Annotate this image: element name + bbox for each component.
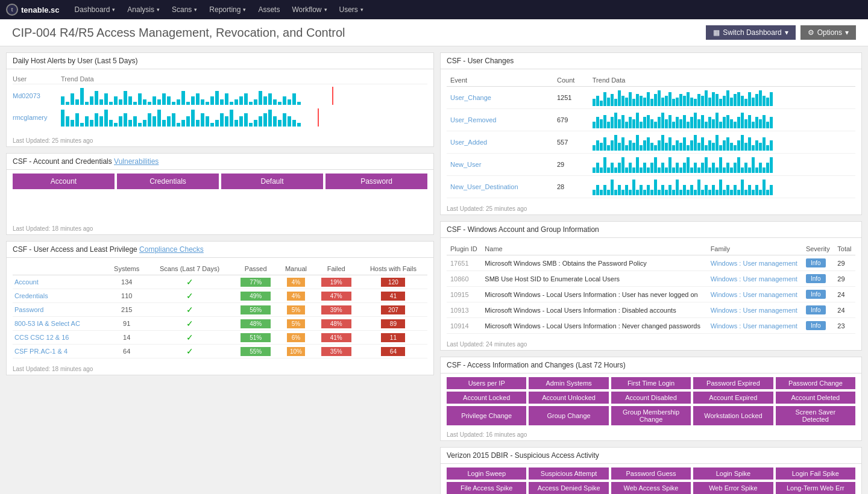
col-systems: Systems xyxy=(107,263,146,275)
nav-dashboard[interactable]: Dashboard ▾ xyxy=(69,0,122,19)
credentials-vuln-button[interactable]: Credentials xyxy=(117,174,219,189)
verizon-row2: File Access Spike Access Denied Spike We… xyxy=(447,482,855,494)
account-vuln-button[interactable]: Account xyxy=(13,174,115,189)
wa-col-total: Total xyxy=(834,243,855,255)
ha-user-md02073[interactable]: Md02073 xyxy=(13,92,61,99)
csf-event-name[interactable]: New_User xyxy=(447,154,553,176)
comp-scans: ✓ xyxy=(146,331,233,345)
access-denied-spike-button[interactable]: Access Denied Spike xyxy=(529,482,608,494)
comp-manual: 4% xyxy=(278,289,313,303)
csf-change-row: User_Removed679 xyxy=(447,109,855,131)
main-content: Daily Host Alerts by User (Last 5 Days) … xyxy=(0,46,868,494)
col-hosts: Hosts with Fails xyxy=(359,263,427,275)
comp-failed: 39% xyxy=(313,303,359,317)
chevron-down-icon: ▾ xyxy=(194,7,197,13)
group-change-button[interactable]: Group Change xyxy=(529,406,608,425)
csf-vuln-header: CSF - Account and Credentials Vulnerabil… xyxy=(7,154,433,170)
long-term-web-button[interactable]: Long-Term Web Err xyxy=(776,482,855,494)
comp-name[interactable]: 800-53 IA & Select AC xyxy=(13,317,107,331)
windows-account-table: Plugin ID Name Family Severity Total 176… xyxy=(447,243,855,334)
switch-dashboard-button[interactable]: ▦ Switch Dashboard ▾ xyxy=(706,25,795,40)
password-expired-button[interactable]: Password Expired xyxy=(693,377,773,389)
group-membership-button[interactable]: Group Membership Change xyxy=(611,406,691,425)
first-time-login-button[interactable]: First Time Login xyxy=(611,377,691,389)
account-deleted-button[interactable]: Account Deleted xyxy=(776,392,855,404)
csf-event-trend xyxy=(589,109,855,131)
comp-name[interactable]: CCS CSC 12 & 16 xyxy=(13,331,107,345)
web-access-spike-button[interactable]: Web Access Spike xyxy=(611,482,691,494)
csf-access-info-panel: CSF - Access Information and Changes (La… xyxy=(440,357,862,441)
comp-name[interactable]: CSF PR.AC-1 & 4 xyxy=(13,345,107,358)
wa-col-name: Name xyxy=(481,243,706,255)
login-sweep-button[interactable]: Login Sweep xyxy=(447,467,526,480)
comp-passed: 56% xyxy=(233,303,278,317)
csf-vuln-title: CSF - Account and Credentials Vulnerabil… xyxy=(13,157,159,166)
wa-table-row: 10914Microsoft Windows - Local Users Inf… xyxy=(447,318,855,334)
comp-systems: 91 xyxy=(107,317,146,331)
wa-severity: Info xyxy=(802,318,834,334)
verizon-dbir-buttons: Login Sweep Suspicious Attempt Password … xyxy=(441,464,861,494)
admin-systems-button[interactable]: Admin Systems xyxy=(529,377,608,389)
ha-user-rmcglamery[interactable]: rmcglamery xyxy=(13,114,61,121)
account-expired-button[interactable]: Account Expired xyxy=(693,392,773,404)
wa-table-row: 17651Microsoft Windows SMB : Obtains the… xyxy=(447,255,855,271)
verizon-dbir-title: Verizon 2015 DBIR - Suspicious Access Ac… xyxy=(447,451,599,460)
comp-passed: 51% xyxy=(233,331,278,345)
suspicious-attempt-button[interactable]: Suspicious Attempt xyxy=(529,467,608,480)
csf-event-name[interactable]: User_Change xyxy=(447,87,553,109)
default-vuln-button[interactable]: Default xyxy=(221,174,323,189)
col-name xyxy=(13,263,107,275)
wa-family: Windows : User management xyxy=(707,302,802,318)
comp-name[interactable]: Credentials xyxy=(13,289,107,303)
web-error-spike-button[interactable]: Web Error Spike xyxy=(693,482,773,494)
screen-saver-button[interactable]: Screen Saver Detected xyxy=(776,406,855,425)
csf-event-trend xyxy=(589,154,855,176)
comp-hosts-with-fails: 89 xyxy=(359,317,427,331)
daily-host-alerts-panel: Daily Host Alerts by User (Last 5 Days) … xyxy=(6,52,434,147)
users-per-ip-button[interactable]: Users per IP xyxy=(447,377,526,389)
workstation-locked-button[interactable]: Workstation Locked xyxy=(693,406,773,425)
privilege-change-button[interactable]: Privilege Change xyxy=(447,406,526,425)
nav-reporting[interactable]: Reporting ▾ xyxy=(203,0,252,19)
login-fail-spike-button[interactable]: Login Fail Spike xyxy=(776,467,855,480)
table-row: 800-53 IA & Select AC91✓48%5%48%89 xyxy=(13,317,427,331)
comp-name[interactable]: Account xyxy=(13,275,107,289)
comp-scans: ✓ xyxy=(146,275,233,289)
right-column: CSF - User Changes Event Count Trend Dat… xyxy=(440,52,862,494)
comp-failed: 35% xyxy=(313,345,359,358)
compliance-table-body: Account134✓77%4%19%120Credentials110✓49%… xyxy=(13,275,427,358)
comp-passed: 77% xyxy=(233,275,278,289)
nav-users[interactable]: Users ▾ xyxy=(333,0,370,19)
account-disabled-button[interactable]: Account Disabled xyxy=(611,392,691,404)
password-change-button[interactable]: Password Change xyxy=(776,377,855,389)
csf-event-name[interactable]: New_User_Destination xyxy=(447,176,553,198)
wa-family: Windows : User management xyxy=(707,287,802,302)
file-access-spike-button[interactable]: File Access Spike xyxy=(447,482,526,494)
account-unlocked-button[interactable]: Account Unlocked xyxy=(529,392,608,404)
csf-event-name[interactable]: User_Removed xyxy=(447,109,553,131)
password-guess-button[interactable]: Password Guess xyxy=(611,467,691,480)
nav-scans[interactable]: Scans ▾ xyxy=(166,0,203,19)
comp-name[interactable]: Password xyxy=(13,303,107,317)
csf-vulnerabilities-panel: CSF - Account and Credentials Vulnerabil… xyxy=(6,153,434,235)
csf-user-changes-last-updated: Last Updated: 25 minutes ago xyxy=(441,203,861,214)
csf-event-count: 679 xyxy=(553,109,589,131)
account-locked-button[interactable]: Account Locked xyxy=(447,392,526,404)
nav-workflow[interactable]: Workflow ▾ xyxy=(286,0,333,19)
comp-systems: 134 xyxy=(107,275,146,289)
col-trend: Trend Data xyxy=(589,74,855,87)
comp-failed: 19% xyxy=(313,275,359,289)
options-button[interactable]: ⚙ Options ▾ xyxy=(800,25,856,40)
nav-assets[interactable]: Assets xyxy=(252,0,286,19)
comp-systems: 110 xyxy=(107,289,146,303)
windows-account-header: CSF - Windows Account and Group Informat… xyxy=(441,222,861,238)
password-vuln-button[interactable]: Password xyxy=(326,174,427,189)
csf-user-access-panel: CSF - User Access and Least Privilege Co… xyxy=(6,241,434,375)
comp-systems: 215 xyxy=(107,303,146,317)
comp-failed: 41% xyxy=(313,331,359,345)
login-spike-button[interactable]: Login Spike xyxy=(693,467,773,480)
nav-analysis[interactable]: Analysis ▾ xyxy=(121,0,166,19)
comp-systems: 14 xyxy=(107,331,146,345)
csf-event-name[interactable]: User_Added xyxy=(447,131,553,154)
csf-changes-header-row: Event Count Trend Data xyxy=(447,74,855,87)
